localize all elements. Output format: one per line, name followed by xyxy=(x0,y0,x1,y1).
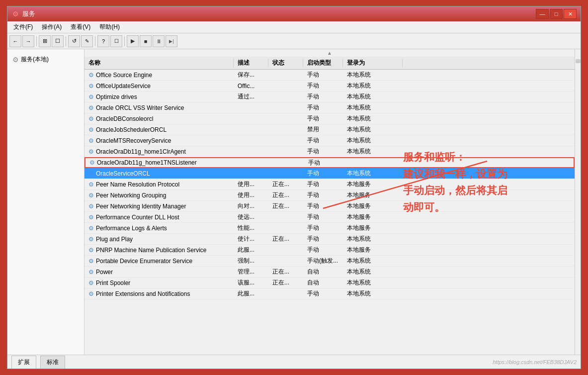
start-service-button[interactable]: ▶ xyxy=(127,35,139,47)
table-row[interactable]: ⚙OracleMTSRecoveryService手动本地系统 xyxy=(84,135,575,146)
service-status: 正在... xyxy=(268,235,303,243)
service-startup: 手动 xyxy=(303,289,343,298)
table-header: 名称 描述 状态 启动类型 登录为 xyxy=(84,57,575,70)
tab-expand[interactable]: 扩展 xyxy=(11,356,36,369)
menu-view[interactable]: 查看(V) xyxy=(67,22,94,32)
service-startup: 自动 xyxy=(303,279,343,287)
service-startup: 手动 xyxy=(303,82,343,90)
menu-action[interactable]: 操作(A) xyxy=(38,22,66,32)
close-button[interactable]: ✕ xyxy=(564,9,577,19)
up-button[interactable]: ☐ xyxy=(52,35,64,47)
maximize-button[interactable]: □ xyxy=(550,9,563,19)
service-name: OfficeUpdateService xyxy=(96,83,151,90)
service-login: 本地系统 xyxy=(343,93,403,101)
service-login: 本地服务 xyxy=(343,202,403,210)
window-icon: ⚙ xyxy=(11,10,19,18)
service-login: 本地系统 xyxy=(343,71,403,79)
table-row[interactable]: ⚙OfficeUpdateServiceOffic...手动本地系统 xyxy=(84,81,575,92)
service-gear-icon: ⚙ xyxy=(88,214,94,221)
service-gear-icon: ⚙ xyxy=(88,269,94,276)
service-gear-icon: ⚙ xyxy=(88,137,94,144)
service-status: 正在... xyxy=(268,191,303,199)
menu-help[interactable]: 帮助(H) xyxy=(95,22,124,32)
table-row[interactable]: ⚙OracleOraDb11g_home1TNSListener手动 xyxy=(84,157,575,168)
service-startup: 手动 xyxy=(303,103,343,112)
table-row[interactable]: ⚙Peer Networking Identity Manager向对...正在… xyxy=(84,201,575,212)
tab-standard[interactable]: 标准 xyxy=(40,356,65,369)
table-row[interactable]: ⚙Optimize drives通过...手动本地系统 xyxy=(84,92,575,102)
service-login: 本地服务 xyxy=(343,246,403,254)
status-bar: 扩展 标准 https://blog.csdn.net/FEB38DJAV2 xyxy=(7,355,581,369)
header-desc[interactable]: 描述 xyxy=(234,59,268,67)
service-gear-icon: ⚙ xyxy=(88,94,94,100)
service-gear-icon: ⚙ xyxy=(88,104,94,111)
service-gear-icon: ⚙ xyxy=(88,170,94,177)
properties-button[interactable]: ☐ xyxy=(110,35,122,47)
service-startup: 手动 xyxy=(303,147,343,156)
service-desc: 通过... xyxy=(234,93,268,101)
table-row[interactable]: ⚙OracleOraDb11g_home1ClrAgent手动本地系统 xyxy=(84,146,575,157)
service-login: 本地系统 xyxy=(343,279,403,287)
back-button[interactable]: ← xyxy=(9,35,21,47)
table-row[interactable]: ⚙OracleServiceORCL手动本地系统 xyxy=(84,168,575,179)
service-name: Portable Device Enumerator Service xyxy=(96,258,192,265)
service-desc: 使用... xyxy=(234,180,268,188)
sidebar-item-services-local[interactable]: ⚙ 服务(本地) xyxy=(9,53,82,66)
service-name: Optimize drives xyxy=(96,94,137,100)
service-login: 本地服务 xyxy=(343,224,403,232)
help-button[interactable]: ? xyxy=(97,35,109,47)
table-row[interactable]: ⚙Performance Counter DLL Host使远...手动本地服务 xyxy=(84,212,575,223)
table-row[interactable]: ⚙Oracle ORCL VSS Writer Service手动本地系统 xyxy=(84,102,575,113)
pause-service-button[interactable]: ⏸ xyxy=(153,35,165,47)
forward-button[interactable]: → xyxy=(22,35,34,47)
service-gear-icon: ⚙ xyxy=(88,203,94,210)
service-startup: 手动 xyxy=(303,224,343,232)
service-gear-icon: ⚙ xyxy=(88,290,94,297)
table-row[interactable]: ⚙OracleDBConsoleorcl手动本地系统 xyxy=(84,113,575,124)
export-button[interactable]: ✎ xyxy=(81,35,93,47)
header-login[interactable]: 登录为 xyxy=(343,59,403,67)
service-desc: 保存... xyxy=(234,71,268,79)
table-row[interactable]: ⚙OracleJobSchedulerORCL禁用本地系统 xyxy=(84,124,575,135)
service-gear-icon: ⚙ xyxy=(88,83,94,90)
stop-service-button[interactable]: ■ xyxy=(140,35,152,47)
refresh-button[interactable]: ↺ xyxy=(68,35,80,47)
scrollbar[interactable] xyxy=(575,49,581,355)
service-gear-icon: ⚙ xyxy=(88,148,94,155)
service-login: 本地系统 xyxy=(343,235,403,243)
resume-service-button[interactable]: ▶| xyxy=(166,35,177,47)
table-row[interactable]: ⚙Print Spooler该服...正在...自动本地系统 xyxy=(84,278,575,288)
console-root-button[interactable]: ⊞ xyxy=(39,35,51,47)
service-gear-icon: ⚙ xyxy=(88,126,94,133)
service-startup: 手动 xyxy=(303,136,343,145)
service-startup: 手动 xyxy=(303,114,343,123)
sep3 xyxy=(95,36,95,46)
table-row[interactable]: ⚙Plug and Play使计...正在...手动本地系统 xyxy=(84,234,575,245)
table-row[interactable]: ⚙Office Source Engine保存...手动本地系统 xyxy=(84,70,575,81)
scrollbar-thumb[interactable] xyxy=(576,59,581,63)
service-startup: 手动 xyxy=(303,180,343,188)
header-status[interactable]: 状态 xyxy=(268,59,303,67)
service-startup: 禁用 xyxy=(303,125,343,134)
header-name[interactable]: 名称 xyxy=(84,59,234,67)
table-row[interactable]: ⚙Performance Logs & Alerts性能...手动本地服务 xyxy=(84,223,575,234)
table-row[interactable]: ⚙Peer Networking Grouping使用...正在...手动本地服… xyxy=(84,190,575,201)
window-title: 服务 xyxy=(22,9,35,18)
table-row[interactable]: ⚙PNRP Machine Name Publication Service此服… xyxy=(84,245,575,256)
table-row[interactable]: ⚙Peer Name Resolution Protocol使用...正在...… xyxy=(84,179,575,190)
service-login: 本地系统 xyxy=(343,257,403,265)
minimize-button[interactable]: — xyxy=(536,9,549,19)
service-login: 本地系统 xyxy=(343,147,403,156)
service-login: 本地系统 xyxy=(343,125,403,134)
service-list[interactable]: ⚙Office Source Engine保存...手动本地系统⚙OfficeU… xyxy=(84,70,575,355)
service-desc: 使计... xyxy=(234,235,268,243)
service-gear-icon: ⚙ xyxy=(88,236,94,243)
menu-file[interactable]: 文件(F) xyxy=(9,22,37,32)
table-row[interactable]: ⚙Portable Device Enumerator Service强制...… xyxy=(84,256,575,267)
table-row[interactable]: ⚙Power管理...正在...自动本地系统 xyxy=(84,267,575,278)
title-bar: ⚙ 服务 — □ ✕ xyxy=(7,6,581,21)
table-row[interactable]: ⚙Printer Extensions and Notifications此服.… xyxy=(84,288,575,299)
header-startup[interactable]: 启动类型 xyxy=(303,59,343,67)
service-gear-icon: ⚙ xyxy=(88,181,94,188)
service-name: Peer Networking Grouping xyxy=(96,192,166,199)
